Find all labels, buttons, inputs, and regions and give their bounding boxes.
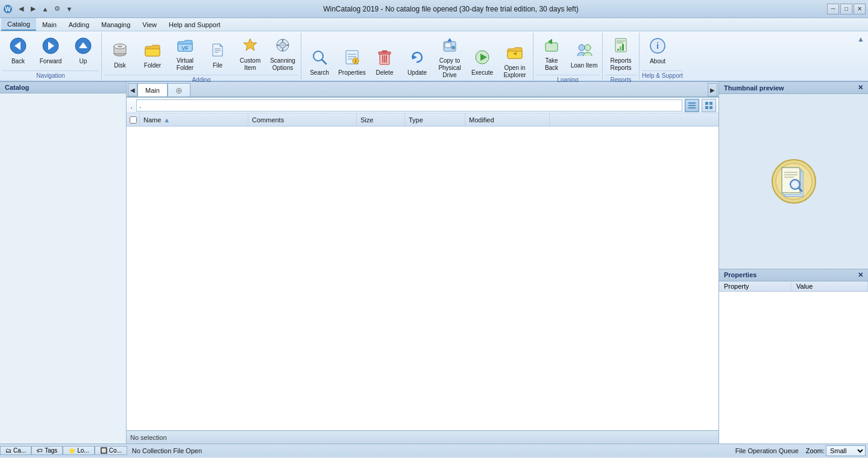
minimize-button[interactable]: ─ <box>827 4 839 14</box>
svg-rect-62 <box>705 102 708 105</box>
custom-item-button[interactable]: Custom Item <box>234 34 266 74</box>
status-right: File Operation Queue Zoom: Small Medium … <box>731 445 868 456</box>
svg-text:i: i <box>355 59 356 63</box>
scanning-options-icon <box>274 37 291 56</box>
copy-to-physical-drive-icon <box>441 37 458 56</box>
up-icon <box>75 37 92 57</box>
qa-up[interactable]: ▲ <box>40 4 51 14</box>
nav-parent: . <box>129 101 134 110</box>
svg-rect-61 <box>688 107 696 108</box>
ribbon-collapse[interactable]: ▲ <box>854 33 868 80</box>
execute-button[interactable]: Execute <box>467 46 498 81</box>
col-header-comments[interactable]: Comments <box>248 113 357 126</box>
menu-bar: Catalog Main Adding Managing View Help a… <box>0 18 868 31</box>
svg-rect-40 <box>445 43 451 48</box>
update-icon <box>409 49 426 68</box>
zoom-label: Zoom: <box>806 447 825 454</box>
col-header-type[interactable]: Type <box>405 113 465 126</box>
copy-to-physical-drive-button[interactable]: Copy to Physical Drive <box>434 34 465 81</box>
svg-text:i: i <box>656 41 659 51</box>
menu-main[interactable]: Main <box>36 18 63 31</box>
zoom-control[interactable]: Zoom: Small Medium Large <box>804 445 868 456</box>
select-all-checkbox[interactable] <box>130 116 137 124</box>
ribbon-group-help: i About Help & Support <box>640 33 685 80</box>
prop-col-property: Property <box>719 281 791 291</box>
loan-item-button[interactable]: Loan Item <box>568 39 600 74</box>
menu-help[interactable]: Help and Support <box>163 18 227 31</box>
qa-dropdown[interactable]: ▼ <box>64 4 75 14</box>
properties-panel: Properties ✕ Property Value <box>719 269 868 444</box>
maximize-button[interactable]: □ <box>840 4 852 14</box>
tab-main[interactable]: Main <box>137 83 168 96</box>
ribbon-group-navigation: Back Forward <box>0 33 102 80</box>
path-bar[interactable]: . <box>136 99 682 111</box>
tags-tab-icon: 🏷 <box>37 447 43 454</box>
sidebar-content[interactable] <box>0 93 126 444</box>
thumbnail-image-area <box>719 94 868 269</box>
svg-rect-63 <box>709 102 712 105</box>
menu-managing[interactable]: Managing <box>95 18 136 31</box>
delete-icon <box>376 49 393 68</box>
help-buttons: i About <box>642 34 683 69</box>
virtual-folder-button[interactable]: VF Virtual Folder <box>169 34 201 74</box>
content-list[interactable]: Name ▲ Comments Size Type Modified <box>127 113 719 430</box>
qa-forward[interactable]: ▶ <box>28 4 39 14</box>
reports-buttons: ReportsReports <box>605 34 637 74</box>
properties-content <box>719 292 868 444</box>
zoom-select[interactable]: Small Medium Large <box>826 445 866 456</box>
properties-button[interactable]: i Properties <box>336 46 368 81</box>
list-view-button[interactable] <box>685 99 699 112</box>
svg-marker-42 <box>447 38 452 42</box>
qa-customize[interactable]: ⚙ <box>52 4 63 14</box>
col-header-name[interactable]: Name ▲ <box>140 113 248 126</box>
back-button[interactable]: Back <box>2 34 34 69</box>
tab-new[interactable]: ⊕ <box>168 83 190 96</box>
menu-adding[interactable]: Adding <box>63 18 95 31</box>
col-header-modified[interactable]: Modified <box>465 113 550 126</box>
selection-status-bar: No selection <box>127 430 719 444</box>
col-header-checkbox[interactable] <box>127 113 140 126</box>
status-tab-loans[interactable]: ⭐ Lo... <box>63 446 94 455</box>
virtual-folder-icon: VF <box>177 37 193 56</box>
qa-back[interactable]: ◀ <box>16 4 27 14</box>
svg-point-49 <box>579 45 585 51</box>
menu-catalog[interactable]: Catalog <box>1 18 36 31</box>
ribbon: Back Forward <box>0 31 868 82</box>
tab-scroll-left[interactable]: ◀ <box>128 83 137 96</box>
search-button[interactable]: Search <box>304 46 335 81</box>
thumbnail-view-button[interactable] <box>702 99 716 112</box>
scanning-options-button[interactable]: Scanning Options <box>267 34 298 74</box>
tab-scroll-right[interactable]: ▶ <box>708 83 717 96</box>
svg-rect-64 <box>705 106 708 109</box>
status-tab-tags[interactable]: 🏷 Tags <box>31 446 63 455</box>
navigation-group-label: Navigation <box>2 71 99 80</box>
col-header-size[interactable]: Size <box>357 113 405 126</box>
fop-label: File Operation Queue <box>731 447 804 454</box>
tab-new-label: ⊕ <box>175 86 183 95</box>
file-button[interactable]: File <box>202 39 233 74</box>
about-button[interactable]: i About <box>642 34 673 69</box>
menu-view[interactable]: View <box>136 18 163 31</box>
thumbnail-close[interactable]: ✕ <box>858 84 863 92</box>
folder-button[interactable]: Folder <box>137 39 168 74</box>
reports-button[interactable]: ReportsReports <box>605 34 637 74</box>
properties-close[interactable]: ✕ <box>858 271 863 279</box>
close-button[interactable]: ✕ <box>854 4 866 14</box>
update-button[interactable]: Update <box>401 46 433 81</box>
help-group-label: Help & Support <box>642 71 683 80</box>
up-button[interactable]: Up <box>68 34 99 69</box>
sidebar: Catalog <box>0 82 127 444</box>
ribbon-group-loaning: Take Back Loan Item Loaning <box>533 33 603 80</box>
disk-button[interactable]: Disk <box>104 39 136 74</box>
forward-button[interactable]: Forward <box>35 34 66 69</box>
prop-col-value: Value <box>791 281 868 291</box>
take-back-button[interactable]: Take Back <box>536 34 567 74</box>
status-tab-catalog[interactable]: 🗂 Ca... <box>0 446 31 455</box>
adding-buttons: Disk Folder <box>104 34 298 74</box>
properties-columns: Property Value <box>719 281 868 292</box>
open-in-explorer-button[interactable]: Open in Explorer <box>499 41 530 81</box>
delete-button[interactable]: Delete <box>369 46 400 81</box>
ribbon-group-managing: Search i Properties <box>301 33 533 80</box>
status-tab-collections[interactable]: 🔲 Co... <box>95 446 127 455</box>
svg-line-25 <box>322 60 326 64</box>
